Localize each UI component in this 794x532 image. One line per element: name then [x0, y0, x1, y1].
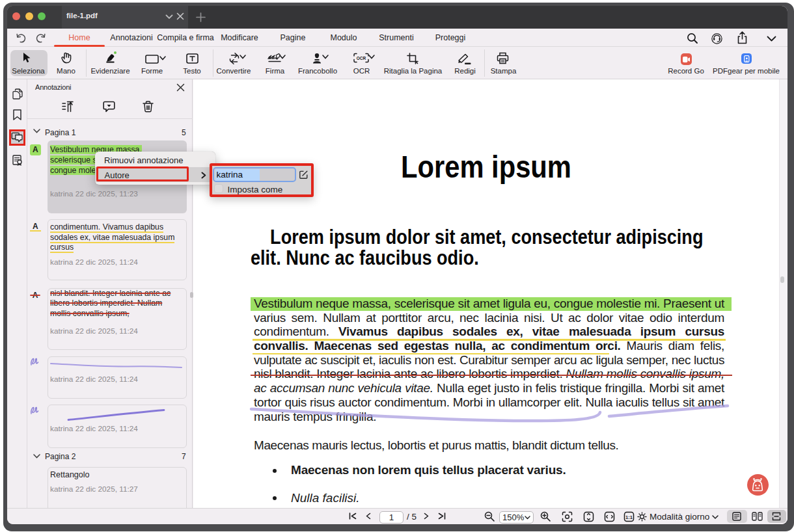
- svg-text:OCR: OCR: [357, 56, 366, 60]
- svg-text:1:1: 1:1: [625, 514, 633, 520]
